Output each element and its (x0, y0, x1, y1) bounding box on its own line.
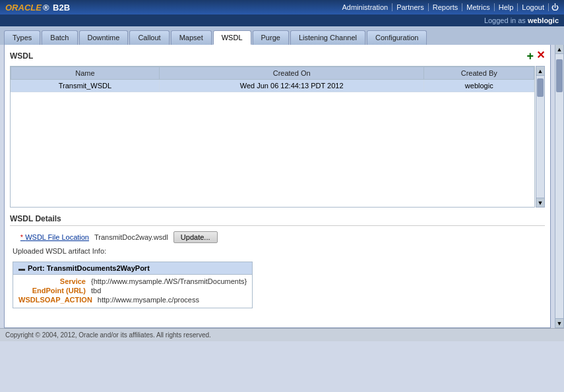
cell-created-on: Wed Jun 06 12:44:13 PDT 2012 (159, 80, 424, 92)
tab-purge[interactable]: Purge (253, 30, 289, 45)
footer-text: Copyright © 2004, 2012, Oracle and/or it… (5, 331, 211, 339)
soap-action-row: WSDLSOAP_ACTION http://www.mysample.c/pr… (18, 296, 247, 304)
footer: Copyright © 2004, 2012, Oracle and/or it… (0, 328, 564, 341)
oracle-text: ORACLE (5, 3, 42, 13)
col-created-on: Created On (159, 67, 424, 80)
wsdl-section-header: WSDL + ✕ (10, 50, 545, 62)
endpoint-value: tbd (91, 287, 101, 294)
nav-logout[interactable]: Logout (518, 3, 549, 11)
table-scroll-area: Name Created On Created By Transmit_WSDL… (10, 66, 535, 208)
service-row: Service {http://www.mysample./WS/Transmi… (18, 277, 247, 285)
soap-action-value: http://www.mysample.c/process (98, 296, 199, 304)
cell-name: Transmit_WSDL (11, 80, 160, 92)
b2b-text: B2B (53, 3, 70, 13)
service-label: Service (18, 277, 91, 285)
tab-batch[interactable]: Batch (42, 30, 77, 45)
wsdl-details: WSDL Details WSDL File Location Transmit… (10, 214, 545, 311)
soap-action-label: WSDLSOAP_ACTION (18, 296, 98, 304)
tab-wsdl[interactable]: WSDL (213, 30, 251, 45)
main-scroll-track (555, 54, 563, 318)
table-row[interactable]: Transmit_WSDL Wed Jun 06 12:44:13 PDT 20… (11, 80, 534, 92)
tab-callout[interactable]: Callout (129, 30, 169, 45)
tab-listening-channel[interactable]: Listening Channel (290, 30, 365, 45)
delete-wsdl-button[interactable]: ✕ (536, 50, 545, 62)
port-title: Port: TransmitDocuments2WayPort (28, 264, 150, 272)
logged-in-label: Logged in as (484, 16, 526, 24)
wsdl-table: Name Created On Created By Transmit_WSDL… (11, 67, 534, 92)
main-content: WSDL + ✕ Name Created On Created By (4, 45, 551, 328)
file-location-value: TransmitDoc2way.wsdl (94, 233, 168, 241)
header-nav: Administration Partners Reports Metrics … (338, 3, 559, 11)
cell-created-by: weblogic (424, 80, 534, 92)
main-scrollbar: ▲ ▼ (555, 45, 564, 328)
port-box: ▬ Port: TransmitDocuments2WayPort Servic… (13, 262, 253, 308)
table-scrollbar: ▲ ▼ (536, 66, 545, 208)
scroll-track (536, 76, 544, 198)
scroll-up-button[interactable]: ▲ (536, 67, 544, 76)
col-created-by: Created By (424, 67, 534, 80)
nav-reports[interactable]: Reports (429, 3, 463, 11)
port-header: ▬ Port: TransmitDocuments2WayPort (13, 262, 252, 275)
tabs-bar: Types Batch Downtime Callout Mapset WSDL… (0, 26, 564, 45)
table-container: Name Created On Created By Transmit_WSDL… (10, 66, 545, 208)
tab-configuration[interactable]: Configuration (367, 30, 427, 45)
subheader: Logged in as weblogic (0, 14, 564, 26)
nav-partners[interactable]: Partners (392, 3, 429, 11)
scroll-down-button[interactable]: ▼ (536, 198, 544, 207)
logo: ORACLE® B2B (5, 3, 70, 13)
main-wrapper: WSDL + ✕ Name Created On Created By (0, 45, 564, 328)
nav-help[interactable]: Help (495, 3, 518, 11)
tab-types[interactable]: Types (4, 30, 40, 45)
endpoint-row: EndPoint (URL) tbd (18, 287, 247, 294)
add-wsdl-button[interactable]: + (526, 50, 534, 62)
main-scroll-up[interactable]: ▲ (555, 45, 563, 54)
endpoint-label: EndPoint (URL) (18, 287, 91, 294)
table-header-row: Name Created On Created By (11, 67, 534, 80)
header: ORACLE® B2B Administration Partners Repo… (0, 0, 564, 14)
main-scroll-thumb (556, 59, 563, 92)
details-title: WSDL Details (10, 214, 545, 226)
port-body: Service {http://www.mysample./WS/Transmi… (13, 275, 252, 308)
file-location-label[interactable]: WSDL File Location (10, 233, 89, 241)
section-actions: + ✕ (526, 50, 545, 62)
scroll-thumb (537, 78, 544, 97)
file-location-row: WSDL File Location TransmitDoc2way.wsdl … (10, 231, 545, 243)
nav-metrics[interactable]: Metrics (462, 3, 494, 11)
col-name: Name (11, 67, 160, 80)
collapse-icon[interactable]: ▬ (18, 265, 25, 272)
wsdl-title: WSDL (10, 51, 33, 61)
nav-administration[interactable]: Administration (338, 3, 392, 11)
uploaded-info-label: Uploaded WSDL artifact Info: (13, 247, 545, 255)
update-button[interactable]: Update... (173, 231, 218, 243)
tab-downtime[interactable]: Downtime (79, 30, 129, 45)
main-scroll-down[interactable]: ▼ (555, 318, 563, 327)
service-value: {http://www.mysample./WS/TransmitDocumen… (91, 277, 247, 285)
logout-icon: ⏻ (551, 3, 559, 11)
tab-mapset[interactable]: Mapset (171, 30, 212, 45)
logged-in-user: weblogic (528, 16, 559, 24)
